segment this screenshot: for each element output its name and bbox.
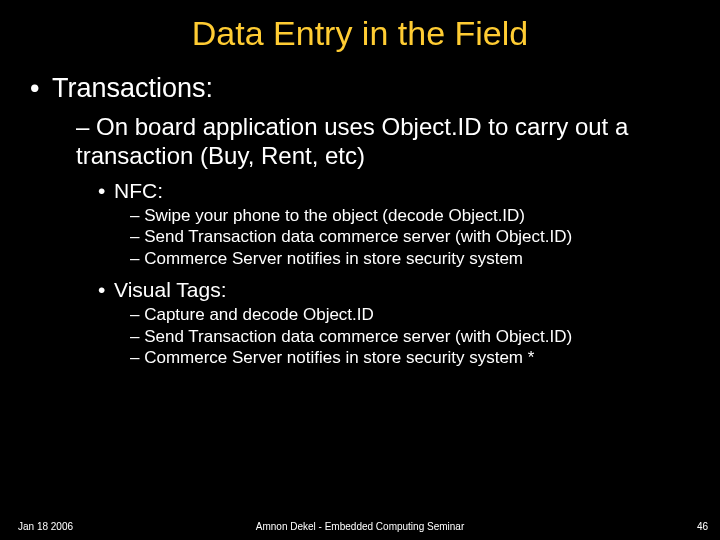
nfc-item: – Swipe your phone to the object (decode…: [30, 205, 700, 227]
nfc-item: – Send Transaction data commerce server …: [30, 226, 700, 248]
visual-item: – Send Transaction data commerce server …: [30, 326, 700, 348]
visual-item: – Capture and decode Object.ID: [30, 304, 700, 326]
bullet-level1: •Transactions:: [30, 73, 700, 104]
slide-number: 46: [697, 521, 708, 532]
visual-label: Visual Tags:: [114, 278, 226, 301]
bullet-icon: •: [30, 73, 52, 104]
bullet-level3-nfc: •NFC:: [30, 179, 700, 203]
visual-item: – Commerce Server notifies in store secu…: [30, 347, 700, 369]
bullet-icon: •: [98, 278, 114, 302]
bullet-level2: – On board application uses Object.ID to…: [30, 112, 700, 171]
slide-title: Data Entry in the Field: [0, 0, 720, 73]
footer-author: Amnon Dekel - Embedded Computing Seminar: [0, 521, 720, 532]
bullet-icon: •: [98, 179, 114, 203]
slide-content: •Transactions: – On board application us…: [0, 73, 720, 369]
bullet-level3-visual: •Visual Tags:: [30, 278, 700, 302]
l1-text: Transactions:: [52, 73, 213, 103]
nfc-item: – Commerce Server notifies in store secu…: [30, 248, 700, 270]
nfc-label: NFC:: [114, 179, 163, 202]
